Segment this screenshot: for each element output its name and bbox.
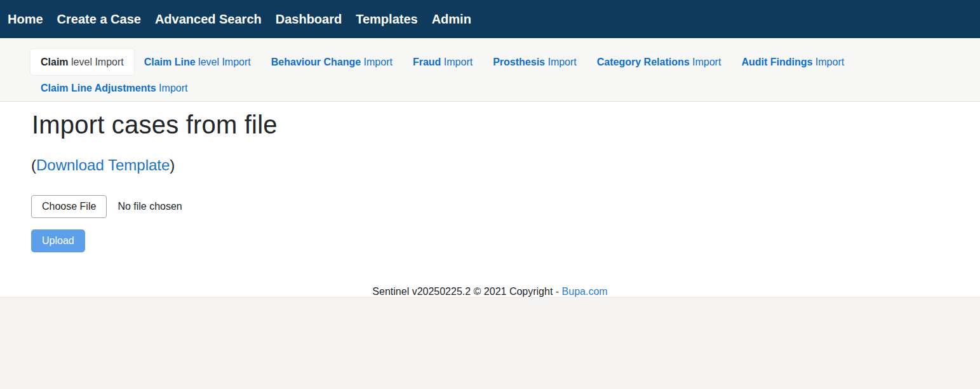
tab-label-rest: Import [545,57,577,67]
tab-label-rest: Import [812,57,844,67]
footer: Sentinel v20250225.2 © 2021 Copyright - … [0,286,980,297]
download-template-link[interactable]: Download Template [36,156,170,174]
top-navbar: HomeCreate a CaseAdvanced SearchDashboar… [0,0,980,38]
tab-label-strong: Claim Line Adjustments [41,83,156,93]
upload-button[interactable]: Upload [31,229,85,252]
tab-label-strong: Prosthesis [493,57,545,67]
tab-behaviour-change-import[interactable]: Behaviour Change Import [261,49,403,75]
nav-item-advanced-search[interactable]: Advanced Search [148,0,269,38]
tab-label-strong: Audit Findings [741,57,812,67]
paren-open: ( [31,156,36,174]
tab-label-strong: Claim Line [144,57,196,67]
tab-claim-level-import[interactable]: Claim level Import [30,49,134,75]
nav-item-admin[interactable]: Admin [425,0,478,38]
tab-category-relations-import[interactable]: Category Relations Import [587,49,732,75]
nav-item-dashboard[interactable]: Dashboard [269,0,349,38]
main-content: Import cases from file (Download Templat… [0,110,980,306]
file-status-text: No file chosen [117,201,182,212]
tab-label-rest: Import [690,57,722,67]
page-title: Import cases from file [32,110,980,140]
tab-label-rest: Import [156,83,188,93]
tab-label-rest: Import [361,57,393,67]
tab-label-strong: Category Relations [597,57,690,67]
paren-close: ) [170,156,175,174]
tab-label-rest: level Import [196,57,251,67]
tab-label-rest: Import [441,57,473,67]
tab-fraud-import[interactable]: Fraud Import [403,49,483,75]
tab-claim-line-level-import[interactable]: Claim Line level Import [134,49,261,75]
file-input-row: Choose File No file chosen [31,195,980,218]
tab-prosthesis-import[interactable]: Prosthesis Import [483,49,587,75]
tab-label-rest: level Import [69,57,124,67]
nav-item-create-a-case[interactable]: Create a Case [50,0,148,38]
tab-claim-line-adjustments-import[interactable]: Claim Line Adjustments Import [30,75,198,101]
tab-audit-findings-import[interactable]: Audit Findings Import [731,49,854,75]
nav-item-templates[interactable]: Templates [349,0,424,38]
tab-label-strong: Claim [41,57,69,67]
tab-strip: Claim level ImportClaim Line level Impor… [0,38,980,102]
page: HomeCreate a CaseAdvanced SearchDashboar… [0,0,980,389]
footer-version-text: Sentinel v20250225.2 © 2021 Copyright - [372,286,561,297]
choose-file-button[interactable]: Choose File [31,195,107,218]
footer-bupa-link[interactable]: Bupa.com [562,286,608,297]
nav-item-home[interactable]: Home [1,0,50,38]
download-template-line: (Download Template) [31,156,980,174]
tab-label-strong: Behaviour Change [271,57,361,67]
tab-label-strong: Fraud [413,57,441,67]
bottom-band [0,297,980,389]
